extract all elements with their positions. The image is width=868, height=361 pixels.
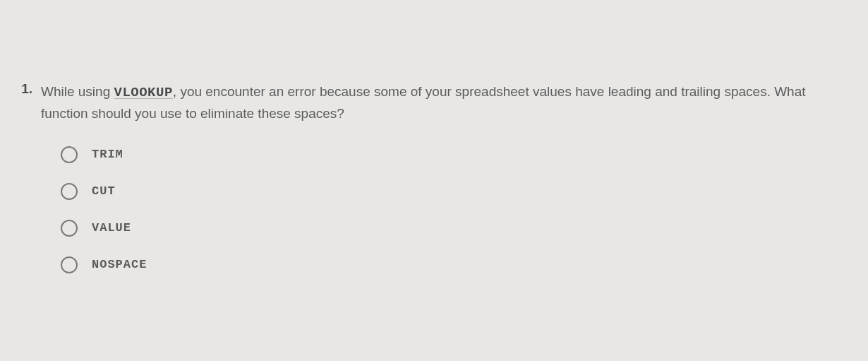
- radio-button[interactable]: [61, 256, 78, 273]
- question-container: 1. While using VLOOKUP, you encounter an…: [0, 0, 868, 321]
- option-label: NOSPACE: [92, 258, 147, 271]
- radio-button[interactable]: [61, 183, 78, 200]
- option-label: CUT: [92, 184, 116, 198]
- option-row-cut[interactable]: CUT: [61, 183, 834, 200]
- option-row-value[interactable]: VALUE: [61, 220, 834, 237]
- question-number: 1.: [17, 81, 32, 97]
- radio-button[interactable]: [61, 220, 78, 237]
- radio-button[interactable]: [61, 146, 78, 163]
- code-word-vlookup: VLOOKUP: [114, 85, 173, 100]
- options-list: TRIM CUT VALUE NOSPACE: [61, 146, 834, 273]
- option-label: TRIM: [92, 148, 123, 161]
- question-text: While using VLOOKUP, you encounter an er…: [41, 81, 834, 125]
- question-row: 1. While using VLOOKUP, you encounter an…: [17, 81, 834, 125]
- option-row-nospace[interactable]: NOSPACE: [61, 256, 834, 273]
- question-text-before: While using: [41, 84, 114, 99]
- option-label: VALUE: [92, 221, 131, 235]
- option-row-trim[interactable]: TRIM: [61, 146, 834, 163]
